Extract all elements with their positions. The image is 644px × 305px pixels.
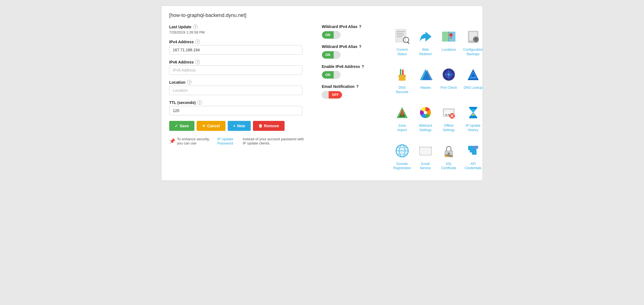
domain-title: [how-to-graphql-backend.dynu.net] [169,12,475,18]
sidebar-item-ssl-certificate[interactable]: SSL Certificate [438,139,460,174]
sidebar-item-api-credentials[interactable]: API Credentials [461,139,485,174]
save-button[interactable]: ✓ Save [169,121,194,131]
sidebar-item-dns-lookup[interactable]: DNS Lookup [461,62,485,98]
toggles-column: Wildcard IPv4 Alias ? ON Wildcard IPv6 A… [308,24,380,174]
enable-ipv6-toggle[interactable]: ON [322,71,341,79]
info-bar: 📌 To enhance security, you can use IP Up… [169,137,308,145]
ipv4-label: IPv4 Address ? [169,39,308,44]
wildcard-ipv6-help-icon[interactable]: ? [359,44,362,49]
enable-ipv6-help-icon[interactable]: ? [362,64,364,69]
ttl-input[interactable] [169,106,302,115]
new-button[interactable]: + New [228,121,251,131]
enable-ipv6-off [334,71,340,78]
ipv4-input[interactable] [169,45,302,55]
sidebar-item-current-status[interactable]: Current Status [391,24,413,60]
wildcard-ipv4-help-icon[interactable]: ? [359,24,362,29]
wildcard-settings-label: Wildcard Settings [417,124,434,132]
new-label: New [237,124,245,128]
aliases-label: Aliases [420,86,431,90]
svg-rect-36 [401,110,403,114]
last-update-help-icon[interactable]: ? [193,24,198,29]
wildcard-ipv6-off [334,51,340,59]
flag-icon: 📌 [169,138,175,144]
svg-rect-20 [402,70,404,75]
svg-rect-15 [469,41,474,42]
locations-label: Locations [442,48,456,52]
ipv6-help-icon[interactable]: ? [195,60,200,64]
port-check-icon [440,66,458,83]
ssl-certificate-icon [440,142,458,160]
svg-rect-18 [400,69,401,75]
current-status-label: Current Status [393,48,411,56]
email-notification-label: Email Notification ? [322,84,380,89]
svg-rect-40 [445,114,447,115]
wildcard-ipv6-toggle[interactable]: ON [322,51,341,59]
location-help-icon[interactable]: ? [187,80,192,85]
sidebar-item-ip-update-history[interactable]: IP Update History [461,100,485,136]
config-backups-icon [464,28,482,45]
wildcard-ipv4-toggle[interactable]: ON [322,31,341,39]
dns-lookup-label: DNS Lookup [464,86,483,90]
ssl-certificate-label: SSL Certificate [440,162,458,171]
domain-registration-icon [393,142,411,160]
domain-registration-label: Domain Registration [393,162,411,171]
svg-rect-0 [395,29,406,42]
ip-update-password-link[interactable]: IP Update Password [217,137,241,145]
ttl-help-icon[interactable]: ? [197,100,202,105]
ipv6-input[interactable] [169,65,302,75]
email-notification-help-icon[interactable]: ? [356,84,359,89]
enable-ipv6-label: Enable IPv6 Address ? [322,64,380,69]
sidebar-item-offline-settings[interactable]: Offline Settings [438,100,460,136]
svg-point-37 [424,111,427,114]
svg-line-6 [407,42,409,44]
wildcard-ipv4-label: Wildcard IPv4 Alias ? [322,24,380,29]
ip-update-history-icon [464,104,482,121]
ipv4-help-icon[interactable]: ? [195,39,200,44]
svg-rect-41 [448,114,450,115]
dns-records-label: DNS Records [393,86,411,94]
svg-point-14 [474,38,478,41]
location-group: Location ? [169,80,308,95]
sidebar-item-dns-records[interactable]: DNS Records [391,62,413,98]
email-notification-on-side [322,91,329,98]
sidebar-item-locations[interactable]: Locations [438,24,460,60]
sidebar-item-web-redirect[interactable]: Web Redirect [414,24,437,60]
email-notification-toggle[interactable]: OFF [322,91,342,99]
api-credentials-icon [464,142,482,160]
last-update-label: Last Update ? [169,24,308,29]
wildcard-ipv4-off [334,31,340,39]
remove-button[interactable]: 🗑 Remove [253,121,285,131]
wildcard-settings-icon [417,104,434,121]
cancel-button[interactable]: ✕ Cancel [197,121,225,131]
cancel-icon: ✕ [202,124,206,128]
save-icon: ✓ [175,124,178,128]
enable-ipv6-on: ON [322,71,334,78]
svg-rect-56 [420,148,431,155]
location-input[interactable] [169,86,302,95]
ipv6-label: IPv6 Address ? [169,60,308,64]
svg-rect-8 [442,32,449,42]
icon-grid: Current Status Web Redirect [391,24,485,174]
ipv4-group: IPv4 Address ? [169,39,308,55]
sidebar-item-config-backups[interactable]: Configuration Backups [461,24,485,60]
main-panel: [how-to-graphql-backend.dynu.net] Last U… [161,6,483,181]
sidebar-item-zone-import[interactable]: Zone Import [391,100,413,136]
form-left: Last Update ? 7/28/2019 1:26:58 PM IPv4 … [169,24,308,174]
dns-records-icon [393,66,411,83]
sidebar-item-port-check[interactable]: Port Check [438,62,460,98]
new-icon: + [233,124,235,128]
svg-rect-17 [398,76,406,76]
sidebar-item-email-service[interactable]: Email Service [414,139,437,174]
email-notification-group: Email Notification ? OFF [322,84,380,100]
wildcard-ipv4-on: ON [322,31,334,39]
ip-update-history-label: IP Update History [463,124,483,132]
sidebar-item-aliases[interactable]: Aliases [414,62,437,98]
info-text1: To enhance security, you can use [177,137,215,145]
ipv6-group: IPv6 Address ? [169,60,308,75]
aliases-icon [417,66,434,83]
web-redirect-label: Web Redirect [417,48,434,56]
port-check-label: Port Check [440,86,457,90]
sidebar-item-domain-registration[interactable]: Domain Registration [391,139,413,174]
cancel-label: Cancel [207,124,220,128]
sidebar-item-wildcard-settings[interactable]: Wildcard Settings [414,100,437,136]
